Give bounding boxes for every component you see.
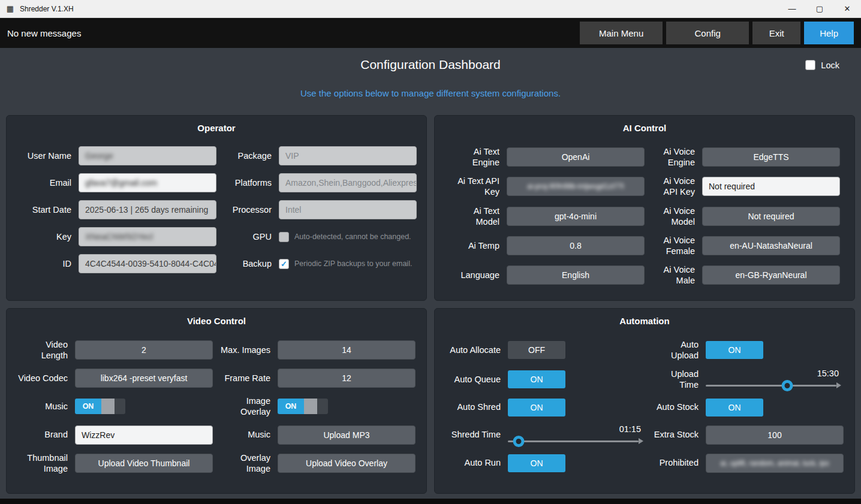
start-date-field[interactable]: 2025-06-13 | 265 days remaining	[79, 200, 216, 219]
id-field[interactable]: 4C4C4544-0039-5410-8044-C4C04	[79, 254, 216, 273]
music-toggle-label: Music	[17, 401, 68, 412]
ai-text-api-key-field[interactable]: ai-proj-90fn98b-tntjwsgd1zt77t	[507, 177, 645, 196]
brand-field[interactable]: WizzRev	[75, 425, 213, 445]
bottom-bar	[0, 499, 861, 504]
lock-checkbox[interactable]: Lock	[805, 60, 839, 70]
shredd-time-slider[interactable]: 01:15	[508, 424, 646, 446]
video-codec-field[interactable]: libx264 -preset veryfast	[75, 369, 213, 388]
auto-shred-label: Auto Shred	[445, 402, 501, 412]
config-button[interactable]: Config	[666, 22, 749, 44]
user-name-label: User Name	[16, 150, 71, 161]
user-name-field[interactable]: George	[79, 146, 216, 165]
image-overlay-toggle[interactable]: ON	[278, 399, 328, 414]
upload-time-slider-knob[interactable]	[781, 380, 793, 391]
music-toggle[interactable]: ON	[75, 399, 125, 414]
maximize-button[interactable]: ▢	[806, 0, 833, 18]
auto-queue-label: Auto Queue	[445, 374, 501, 385]
ai-text-engine-label: Ai Text Engine	[449, 146, 499, 168]
auto-allocate-toggle[interactable]: OFF	[508, 341, 565, 359]
language-label: Language	[449, 270, 499, 280]
app-icon: ▦	[5, 4, 16, 14]
ai-text-engine-field[interactable]: OpenAi	[507, 147, 645, 167]
ai-text-api-key-label: Ai Text API Key	[449, 176, 499, 197]
email-field[interactable]: gfava7@gmail.com	[79, 173, 216, 192]
key-label: Key	[16, 231, 71, 242]
page-title: Configuration Dashboard	[0, 58, 861, 72]
main-menu-button[interactable]: Main Menu	[580, 22, 663, 44]
image-overlay-toggle-state: ON	[278, 399, 304, 414]
start-date-label: Start Date	[16, 204, 71, 215]
panels-grid: Operator User Name George Package VIP Em…	[0, 115, 861, 494]
page-header: Configuration Dashboard Lock Use the opt…	[0, 48, 861, 98]
gpu-check-row: Auto-detected, cannot be changed.	[279, 232, 417, 242]
id-label: ID	[16, 258, 71, 269]
operator-panel-title: Operator	[7, 123, 426, 133]
top-nav: No new messages Main Menu Config Exit He…	[0, 18, 861, 48]
auto-upload-toggle[interactable]: ON	[706, 341, 763, 359]
upload-time-slider-track[interactable]	[706, 381, 841, 390]
video-codec-label: Video Codec	[17, 373, 68, 384]
automation-panel-title: Automation	[435, 316, 854, 326]
gpu-label: GPU	[224, 231, 272, 242]
auto-run-toggle[interactable]: ON	[508, 454, 565, 472]
shredd-time-value: 01:15	[619, 424, 641, 434]
page-subtitle: Use the options below to manage differen…	[0, 88, 861, 98]
messages-status: No new messages	[7, 28, 576, 38]
music-toggle-state: ON	[75, 399, 101, 414]
max-images-field[interactable]: 14	[278, 340, 416, 360]
auto-shred-toggle[interactable]: ON	[508, 399, 565, 417]
upload-time-label: Upload Time	[653, 369, 699, 390]
backup-checkbox[interactable]: ✓	[279, 259, 289, 269]
ai-voice-api-key-field[interactable]: Not required	[702, 177, 840, 196]
ai-voice-engine-field[interactable]: EdgeTTS	[702, 147, 840, 167]
key-field[interactable]: XNeaCNW5OYecl	[79, 227, 216, 246]
auto-stock-toggle[interactable]: ON	[706, 399, 763, 417]
image-overlay-toggle-label: Image Overlay	[220, 396, 270, 417]
backup-label: Backup	[224, 258, 272, 269]
upload-video-thumbnail-button[interactable]: Upload Video Thumbnail	[75, 454, 213, 473]
image-overlay-toggle-track	[317, 399, 328, 414]
auto-allocate-label: Auto Allocate	[445, 345, 501, 355]
prohibited-field[interactable]: ai, uplift, random, animal, luck, ipo	[706, 454, 844, 473]
processor-label: Processor	[224, 204, 272, 215]
language-field[interactable]: English	[507, 265, 645, 285]
ai-voice-male-label: Ai Voice Male	[652, 264, 695, 286]
ai-temp-label: Ai Temp	[449, 240, 499, 251]
music-toggle-track	[115, 399, 125, 414]
ai-voice-female-field[interactable]: en-AU-NatashaNeural	[702, 236, 840, 255]
ai-voice-model-label: Ai Voice Model	[652, 206, 695, 227]
shredd-time-slider-knob[interactable]	[513, 436, 525, 447]
auto-queue-toggle[interactable]: ON	[508, 370, 565, 388]
ai-voice-male-field[interactable]: en-GB-RyanNeural	[702, 265, 840, 285]
platforms-field[interactable]: Amazon,Shein,Banggood,Aliexpres	[279, 173, 417, 192]
lock-checkbox-box[interactable]	[805, 60, 815, 70]
ai-voice-api-key-label: Ai Voice API Key	[652, 176, 695, 197]
ai-voice-model-field[interactable]: Not required	[702, 207, 840, 226]
platforms-label: Platforms	[224, 177, 272, 188]
video-control-panel-title: Video Control	[7, 316, 426, 326]
extra-stock-field[interactable]: 100	[706, 425, 844, 445]
ai-control-panel: AI Control Ai Text Engine OpenAi Ai Voic…	[434, 115, 855, 301]
package-field[interactable]: VIP	[279, 146, 417, 165]
video-length-field[interactable]: 2	[75, 340, 213, 360]
max-images-label: Max. Images	[220, 345, 270, 355]
shredd-time-label: Shredd Time	[445, 429, 501, 440]
upload-mp3-button[interactable]: Upload MP3	[278, 425, 416, 445]
ai-temp-field[interactable]: 0.8	[507, 236, 645, 255]
exit-button[interactable]: Exit	[752, 22, 800, 44]
upload-video-overlay-button[interactable]: Upload Video Overlay	[278, 454, 416, 473]
shredd-time-slider-track[interactable]	[508, 436, 643, 446]
ai-text-model-label: Ai Text Model	[449, 206, 499, 227]
close-button[interactable]: ✕	[833, 0, 861, 18]
help-button[interactable]: Help	[804, 22, 854, 44]
processor-field[interactable]: Intel	[279, 200, 417, 219]
ai-control-panel-title: AI Control	[435, 123, 854, 133]
minimize-button[interactable]: —	[778, 0, 806, 18]
gpu-checkbox	[279, 232, 289, 242]
ai-voice-female-label: Ai Voice Female	[652, 235, 695, 256]
ai-text-model-field[interactable]: gpt-4o-mini	[507, 207, 645, 226]
auto-stock-label: Auto Stock	[653, 402, 699, 412]
video-length-label: Video Length	[17, 339, 68, 361]
frame-rate-field[interactable]: 12	[278, 369, 416, 388]
upload-time-slider[interactable]: 15:30	[706, 369, 844, 390]
